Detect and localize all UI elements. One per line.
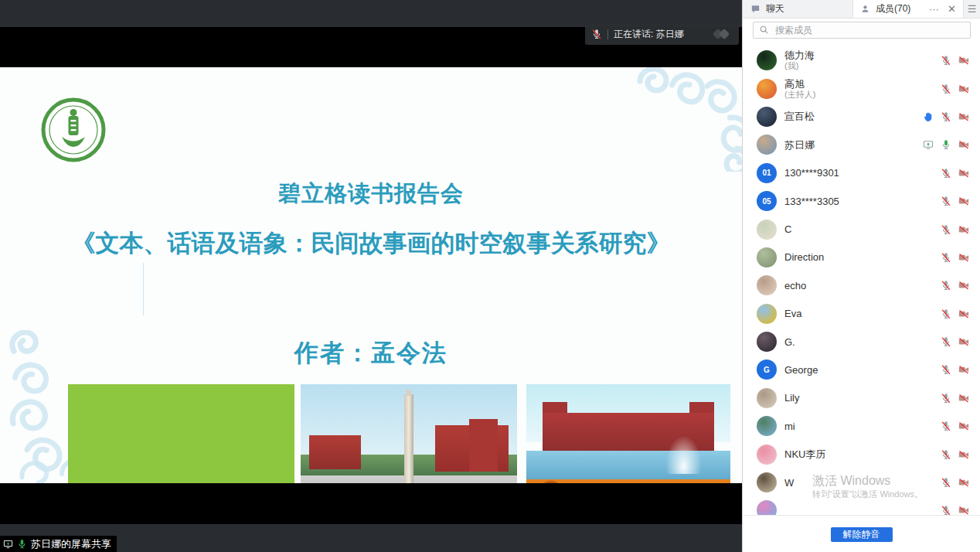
panel-menu-button[interactable]: ☰ [963,0,980,18]
member-name: mi [784,421,795,432]
camera-muted-icon [958,139,969,150]
avatar [757,445,777,465]
slide-event-title: 碧立格读书报告会 [0,179,742,210]
member-row[interactable]: 高旭 (主持人) [743,74,980,102]
cloud-ornament-top-right [632,67,742,172]
avatar [757,220,777,240]
camera-muted-icon [958,421,969,431]
mic-muted-icon [941,421,951,431]
member-name: NKU李历 [784,448,825,460]
unmute-button[interactable]: 解除静音 [831,527,893,542]
camera-muted-icon [958,505,969,515]
members-panel: 聊天 成员(70) ··· ✕ ☰ [742,0,980,552]
shared-screen-area: 碧立格读书报告会 《文本、话语及语象：民间故事画的时空叙事关系研究》 作者：孟令… [0,0,742,552]
camera-muted-icon [958,336,969,347]
camera-muted-icon [958,224,969,235]
slide-image-campus-monument [301,384,517,483]
screen-share-label-text: 苏日娜的屏幕共享 [31,537,111,551]
member-row[interactable]: mi [743,412,980,440]
member-name: echo [784,280,806,291]
member-search [753,22,971,39]
monitor-icon [3,539,14,550]
member-name: 宣百松 [784,111,815,122]
member-row[interactable]: G George [743,356,980,383]
member-row[interactable]: 德力海 (我) [743,46,980,74]
tab-chat[interactable]: 聊天 [743,0,853,18]
member-name: 德力海 [784,49,815,61]
mic-muted-icon [941,336,951,347]
member-name: Eva [784,308,801,319]
mic-muted-icon [941,55,951,66]
member-row[interactable]: echo [743,271,980,299]
mic-muted-icon [941,252,951,263]
avatar [757,50,777,70]
mic-live-icon [941,139,951,150]
mic-muted-icon [941,364,951,375]
tab-chat-label: 聊天 [766,2,784,15]
member-name: Lily [784,392,800,404]
member-row[interactable]: 宣百松 [743,103,980,131]
camera-muted-icon [958,111,969,122]
mic-muted-icon [941,477,951,488]
tab-members[interactable]: 成员(70) ··· ✕ [853,0,963,18]
camera-muted-icon [958,364,969,375]
avatar [757,332,777,352]
member-row[interactable]: 05 133****3305 [743,187,980,215]
camera-muted-icon [958,83,969,94]
mic-muted-icon [591,29,602,39]
search-input[interactable] [774,24,965,36]
slide-book-title: 《文本、话语及语象：民间故事画的时空叙事关系研究》 [0,227,742,260]
camera-muted-icon [958,308,969,319]
panel-footer: 解除静音 [743,515,980,552]
member-name: G. [784,336,795,348]
slide-accent-line [143,263,144,315]
avatar [757,135,777,155]
mic-muted-icon [941,308,951,319]
toast-divider [607,29,608,39]
member-name: 高旭 [784,78,815,90]
member-name: 133****3305 [784,196,839,207]
member-list: 德力海 (我) [743,46,980,515]
mic-muted-icon [941,393,951,404]
panel-tabbar: 聊天 成员(70) ··· ✕ ☰ [743,0,980,19]
member-row[interactable]: 01 130****9301 [743,159,980,187]
member-row[interactable]: C [743,215,980,243]
presentation-slide: 碧立格读书报告会 《文本、话语及语象：民间故事画的时空叙事关系研究》 作者：孟令… [0,67,742,483]
member-row[interactable]: W [743,469,980,496]
member-row[interactable]: Eva [743,300,980,328]
mic-muted-icon [941,505,951,515]
member-name: C [784,223,791,235]
member-row[interactable]: 苏日娜 [743,131,980,158]
avatar: 01 [757,163,777,183]
member-row[interactable]: NKU李历 [743,440,980,468]
mic-muted-icon [941,196,951,206]
avatar: 05 [757,191,777,211]
search-icon [759,25,769,36]
person-icon [860,4,871,15]
mic-muted-icon [941,111,951,122]
member-name: 苏日娜 [784,139,815,151]
mic-muted-icon [941,280,951,291]
member-row[interactable]: G. [743,328,980,356]
camera-muted-icon [958,280,969,291]
camera-muted-icon [958,393,969,404]
member-row[interactable]: Lily [743,384,980,412]
avatar [757,247,777,267]
slide-image-campus-lake [526,384,730,483]
speaking-toast: 正在讲话: 苏日娜 [585,23,739,45]
mic-live-icon [17,539,28,550]
avatar [757,107,777,127]
avatar [757,275,777,295]
slide-author: 作者：孟令法 [0,337,742,370]
avatar: G [757,359,777,380]
camera-muted-icon [958,55,969,66]
member-row[interactable]: Direction [743,244,980,271]
avatar [757,500,777,515]
avatar [757,416,777,436]
member-row[interactable] [743,496,980,515]
mic-muted-icon [941,449,951,460]
camera-muted-icon [958,168,969,179]
panel-more-button[interactable]: ··· [929,4,939,14]
panel-close-button[interactable]: ✕ [948,4,956,14]
mic-muted-icon [941,168,951,179]
